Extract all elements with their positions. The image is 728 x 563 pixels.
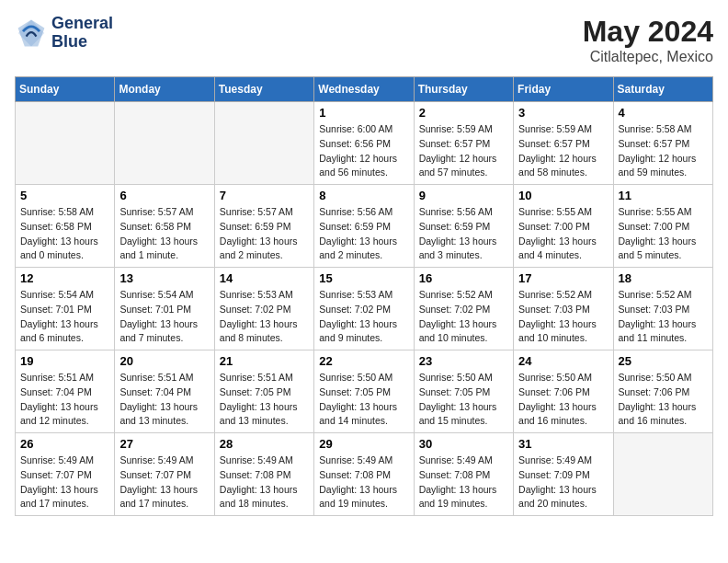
calendar-week-row: 19Sunrise: 5:51 AMSunset: 7:04 PMDayligh… [16, 350, 713, 433]
calendar-day-cell: 29Sunrise: 5:49 AMSunset: 7:08 PMDayligh… [314, 433, 414, 516]
day-info: Sunrise: 5:50 AMSunset: 7:05 PMDaylight:… [319, 371, 408, 429]
calendar-day-cell: 21Sunrise: 5:51 AMSunset: 7:05 PMDayligh… [214, 350, 313, 433]
day-number: 20 [119, 354, 209, 368]
calendar-day-cell: 19Sunrise: 5:51 AMSunset: 7:04 PMDayligh… [16, 350, 115, 433]
calendar-week-row: 5Sunrise: 5:58 AMSunset: 6:58 PMDaylight… [16, 185, 713, 268]
day-number: 21 [220, 354, 309, 368]
day-info: Sunrise: 5:49 AMSunset: 7:08 PMDaylight:… [419, 454, 508, 511]
day-info: Sunrise: 5:52 AMSunset: 7:03 PMDaylight:… [619, 288, 708, 346]
calendar-table: SundayMondayTuesdayWednesdayThursdayFrid… [15, 76, 713, 516]
day-number: 3 [518, 106, 608, 120]
day-number: 15 [319, 271, 408, 285]
weekday-header: Friday [514, 77, 613, 102]
calendar-day-cell: 20Sunrise: 5:51 AMSunset: 7:04 PMDayligh… [115, 350, 214, 433]
day-info: Sunrise: 5:59 AMSunset: 6:57 PMDaylight:… [419, 122, 508, 180]
weekday-header: Saturday [613, 77, 712, 102]
calendar-day-cell: 27Sunrise: 5:49 AMSunset: 7:07 PMDayligh… [115, 433, 214, 516]
day-info: Sunrise: 5:49 AMSunset: 7:08 PMDaylight:… [319, 454, 408, 511]
day-info: Sunrise: 5:58 AMSunset: 6:58 PMDaylight:… [20, 205, 109, 263]
day-info: Sunrise: 5:53 AMSunset: 7:02 PMDaylight:… [220, 288, 309, 346]
calendar-day-cell: 5Sunrise: 5:58 AMSunset: 6:58 PMDaylight… [16, 185, 115, 268]
logo-text: General Blue [51, 15, 113, 52]
logo-icon [15, 17, 48, 50]
day-number: 22 [319, 354, 408, 368]
day-number: 24 [518, 354, 608, 368]
day-number: 18 [619, 271, 708, 285]
day-info: Sunrise: 5:56 AMSunset: 6:59 PMDaylight:… [319, 205, 408, 263]
day-info: Sunrise: 5:53 AMSunset: 7:02 PMDaylight:… [319, 288, 408, 346]
calendar-day-cell: 12Sunrise: 5:54 AMSunset: 7:01 PMDayligh… [16, 268, 115, 350]
day-info: Sunrise: 5:52 AMSunset: 7:02 PMDaylight:… [419, 288, 508, 346]
day-number: 6 [119, 189, 209, 202]
location: Citlaltepec, Mexico [583, 49, 713, 65]
calendar-day-cell: 14Sunrise: 5:53 AMSunset: 7:02 PMDayligh… [214, 268, 313, 350]
day-number: 10 [518, 189, 608, 202]
day-info: Sunrise: 5:58 AMSunset: 6:57 PMDaylight:… [619, 122, 708, 180]
logo-line2: Blue [51, 33, 113, 52]
day-info: Sunrise: 5:56 AMSunset: 6:59 PMDaylight:… [419, 205, 508, 263]
day-info: Sunrise: 5:51 AMSunset: 7:04 PMDaylight:… [119, 371, 209, 429]
calendar-day-cell: 26Sunrise: 5:49 AMSunset: 7:07 PMDayligh… [16, 433, 115, 516]
calendar-day-cell: 13Sunrise: 5:54 AMSunset: 7:01 PMDayligh… [115, 268, 214, 350]
day-number: 31 [518, 437, 608, 451]
calendar-day-cell: 15Sunrise: 5:53 AMSunset: 7:02 PMDayligh… [314, 268, 414, 350]
day-number: 14 [220, 271, 309, 285]
calendar-day-cell [16, 102, 115, 185]
day-info: Sunrise: 5:49 AMSunset: 7:08 PMDaylight:… [220, 454, 309, 511]
day-info: Sunrise: 5:57 AMSunset: 6:59 PMDaylight:… [220, 205, 309, 263]
calendar-day-cell: 7Sunrise: 5:57 AMSunset: 6:59 PMDaylight… [214, 185, 313, 268]
logo: General Blue [15, 15, 113, 52]
day-number: 13 [119, 271, 209, 285]
calendar-day-cell: 23Sunrise: 5:50 AMSunset: 7:05 PMDayligh… [414, 350, 513, 433]
calendar-day-cell [115, 102, 214, 185]
day-info: Sunrise: 5:54 AMSunset: 7:01 PMDaylight:… [119, 288, 209, 346]
calendar-day-cell: 28Sunrise: 5:49 AMSunset: 7:08 PMDayligh… [214, 433, 313, 516]
day-info: Sunrise: 5:54 AMSunset: 7:01 PMDaylight:… [20, 288, 109, 346]
calendar-day-cell: 9Sunrise: 5:56 AMSunset: 6:59 PMDaylight… [414, 185, 513, 268]
day-number: 7 [220, 189, 309, 202]
day-info: Sunrise: 5:55 AMSunset: 7:00 PMDaylight:… [518, 205, 608, 263]
calendar-day-cell: 8Sunrise: 5:56 AMSunset: 6:59 PMDaylight… [314, 185, 414, 268]
day-info: Sunrise: 5:51 AMSunset: 7:04 PMDaylight:… [20, 371, 109, 429]
day-number: 8 [319, 189, 408, 202]
calendar-day-cell [613, 433, 712, 516]
calendar-week-row: 26Sunrise: 5:49 AMSunset: 7:07 PMDayligh… [16, 433, 713, 516]
day-number: 16 [419, 271, 508, 285]
calendar-week-row: 12Sunrise: 5:54 AMSunset: 7:01 PMDayligh… [16, 268, 713, 350]
day-number: 25 [619, 354, 708, 368]
day-info: Sunrise: 5:55 AMSunset: 7:00 PMDaylight:… [619, 205, 708, 263]
day-number: 29 [319, 437, 408, 451]
calendar-day-cell: 10Sunrise: 5:55 AMSunset: 7:00 PMDayligh… [514, 185, 613, 268]
calendar-day-cell: 4Sunrise: 5:58 AMSunset: 6:57 PMDaylight… [613, 102, 712, 185]
day-info: Sunrise: 5:59 AMSunset: 6:57 PMDaylight:… [518, 122, 608, 180]
calendar-day-cell: 18Sunrise: 5:52 AMSunset: 7:03 PMDayligh… [613, 268, 712, 350]
title-block: May 2024 Citlaltepec, Mexico [583, 15, 713, 65]
calendar-day-cell: 1Sunrise: 6:00 AMSunset: 6:56 PMDaylight… [314, 102, 414, 185]
day-number: 30 [419, 437, 508, 451]
day-info: Sunrise: 6:00 AMSunset: 6:56 PMDaylight:… [319, 122, 408, 180]
day-info: Sunrise: 5:57 AMSunset: 6:58 PMDaylight:… [119, 205, 209, 263]
calendar-day-cell: 3Sunrise: 5:59 AMSunset: 6:57 PMDaylight… [514, 102, 613, 185]
calendar-day-cell: 2Sunrise: 5:59 AMSunset: 6:57 PMDaylight… [414, 102, 513, 185]
day-number: 26 [20, 437, 109, 451]
calendar-week-row: 1Sunrise: 6:00 AMSunset: 6:56 PMDaylight… [16, 102, 713, 185]
day-number: 23 [419, 354, 508, 368]
day-info: Sunrise: 5:49 AMSunset: 7:07 PMDaylight:… [20, 454, 109, 511]
day-info: Sunrise: 5:51 AMSunset: 7:05 PMDaylight:… [220, 371, 309, 429]
calendar-day-cell: 22Sunrise: 5:50 AMSunset: 7:05 PMDayligh… [314, 350, 414, 433]
day-info: Sunrise: 5:50 AMSunset: 7:06 PMDaylight:… [518, 371, 608, 429]
calendar-day-cell [214, 102, 313, 185]
calendar-day-cell: 31Sunrise: 5:49 AMSunset: 7:09 PMDayligh… [514, 433, 613, 516]
calendar-day-cell: 30Sunrise: 5:49 AMSunset: 7:08 PMDayligh… [414, 433, 513, 516]
day-number: 1 [319, 106, 408, 120]
day-number: 9 [419, 189, 508, 202]
calendar-day-cell: 24Sunrise: 5:50 AMSunset: 7:06 PMDayligh… [514, 350, 613, 433]
weekday-header: Thursday [414, 77, 513, 102]
calendar-header-row: SundayMondayTuesdayWednesdayThursdayFrid… [16, 77, 713, 102]
weekday-header: Monday [115, 77, 214, 102]
calendar-day-cell: 11Sunrise: 5:55 AMSunset: 7:00 PMDayligh… [613, 185, 712, 268]
weekday-header: Tuesday [214, 77, 313, 102]
day-info: Sunrise: 5:50 AMSunset: 7:06 PMDaylight:… [619, 371, 708, 429]
logo-line1: General [51, 15, 113, 33]
day-info: Sunrise: 5:52 AMSunset: 7:03 PMDaylight:… [518, 288, 608, 346]
